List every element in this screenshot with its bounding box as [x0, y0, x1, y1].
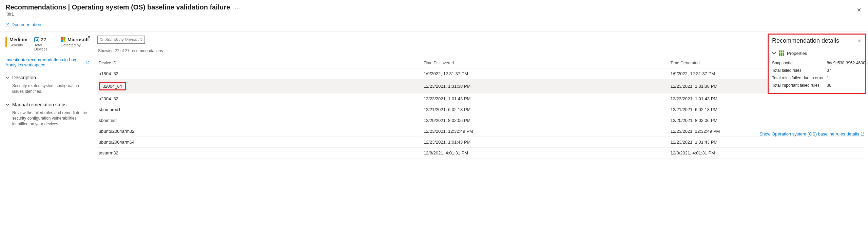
property-key: Total rules failed duo to error:	[772, 74, 827, 82]
sidebar: « Medium Severity 27 Total Devices Micro…	[0, 31, 93, 229]
external-link-icon	[5, 23, 9, 27]
device-icon	[34, 37, 39, 42]
property-key: Total important failed rules:	[772, 82, 827, 89]
property-value: 8dc9c538-3962-4600-abd9-c7b66dc09eee	[827, 59, 868, 67]
time-discovered-cell: 12/21/2021, 6:02:18 PM	[422, 104, 669, 115]
investigate-link[interactable]: Investigate recommendations in Log Analy…	[5, 57, 89, 67]
microsoft-logo-icon	[61, 37, 65, 42]
details-close-button[interactable]: ✕	[857, 38, 862, 44]
device-id-cell: testarm32	[99, 150, 118, 155]
device-id-cell: u1804_32	[99, 71, 118, 76]
external-link-icon	[861, 132, 865, 136]
devices-kpi: 27 Total Devices	[34, 37, 54, 51]
properties-icon	[779, 50, 784, 56]
time-discovered-cell: 12/20/2021, 8:02:06 PM	[422, 115, 669, 126]
details-panel: Recommendation details ✕ Properties Snap…	[768, 34, 866, 94]
remediation-toggle[interactable]: Manual remediation steps	[5, 102, 89, 107]
svg-line-1	[102, 40, 103, 41]
search-icon	[100, 38, 103, 42]
time-discovered-cell: 1/9/2022, 12:31:37 PM	[422, 68, 669, 79]
devices-label: Total Devices	[34, 43, 54, 51]
title-more-icon[interactable]: …	[235, 4, 240, 9]
content: Showing 27 of 27 recommendations Device …	[93, 31, 868, 229]
documentation-link[interactable]: Documentation	[5, 22, 41, 27]
description-toggle[interactable]: Description	[5, 75, 89, 80]
time-generated-cell: 12/21/2021, 6:02:18 PM	[669, 104, 864, 115]
result-count: Showing 27 of 27 recommendations	[98, 48, 868, 53]
severity-kpi: Medium Severity	[5, 37, 27, 47]
close-button[interactable]: ✕	[857, 7, 861, 13]
table-row[interactable]: testarm3212/8/2021, 4:01:31 PM12/8/2021,…	[97, 148, 864, 159]
device-id-cell: sbomtest	[99, 118, 117, 123]
property-value: 37	[827, 67, 868, 74]
collapse-sidebar-button[interactable]: «	[88, 34, 90, 40]
page-subtitle: Kfir1	[5, 12, 863, 17]
chevron-down-icon	[5, 76, 9, 80]
property-value: 1	[827, 74, 868, 82]
time-generated-cell: 12/23/2021, 1:01:43 PM	[669, 93, 864, 104]
remediation-title: Manual remediation steps	[12, 102, 66, 107]
device-id-cell: u2004_32	[99, 96, 118, 101]
show-baseline-rules-label: Show Operation system (OS) baseline rule…	[759, 131, 859, 136]
property-key: SnapshotId:	[772, 59, 827, 67]
svg-point-0	[100, 38, 102, 41]
description-section: Description Security related system conf…	[5, 75, 89, 94]
time-discovered-cell: 12/23/2021, 12:32:49 PM	[422, 126, 669, 137]
remediation-section: Manual remediation steps Review the fail…	[5, 102, 89, 127]
external-link-icon	[86, 60, 89, 64]
property-value: 36	[827, 82, 868, 89]
severity-label: Severity	[9, 43, 27, 47]
page-header: Recommendations | Operating system (OS) …	[0, 0, 868, 19]
property-row: SnapshotId:8dc9c538-3962-4600-abd9-c7b66…	[772, 59, 868, 67]
table-row[interactable]: u2004_6412/23/2021, 1:31:38 PM12/23/2021…	[97, 79, 864, 93]
properties-toggle[interactable]: Properties	[772, 50, 862, 56]
time-discovered-cell: 12/23/2021, 1:01:43 PM	[422, 93, 669, 104]
search-input[interactable]	[105, 37, 142, 42]
time-generated-cell: 12/8/2021, 4:01:31 PM	[669, 148, 864, 159]
time-discovered-cell: 12/23/2021, 1:01:43 PM	[422, 137, 669, 148]
detected-label: Detected by	[61, 43, 89, 47]
devices-value: 27	[41, 37, 46, 42]
property-row: Total failed rules:37	[772, 67, 868, 74]
properties-table: SnapshotId:8dc9c538-3962-4600-abd9-c7b66…	[772, 59, 868, 89]
time-discovered-cell: 12/8/2021, 4:01:31 PM	[422, 148, 669, 159]
search-field[interactable]	[97, 36, 145, 44]
properties-label: Properties	[787, 51, 807, 56]
col-time-discovered[interactable]: Time Discovered	[422, 58, 669, 68]
remediation-body: Review the failed rules and remediate th…	[12, 110, 89, 127]
description-title: Description	[12, 75, 36, 80]
table-row[interactable]: ubuntu2004arm3212/23/2021, 12:32:49 PM12…	[97, 126, 864, 137]
property-key: Total failed rules:	[772, 67, 827, 74]
investigate-label: Investigate recommendations in Log Analy…	[5, 57, 85, 67]
property-row: Total rules failed duo to error:1	[772, 74, 868, 82]
details-title: Recommendation details	[772, 37, 839, 44]
kpi-row: Medium Severity 27 Total Devices Microso…	[5, 37, 89, 51]
device-id-cell: ubuntu2004arm64	[99, 140, 135, 145]
table-row[interactable]: sbomprod112/21/2021, 6:02:18 PM12/21/202…	[97, 104, 864, 115]
chevron-down-icon	[5, 103, 9, 107]
documentation-label: Documentation	[12, 22, 41, 27]
col-device-id[interactable]: Device ID	[97, 58, 422, 68]
chevron-down-icon	[772, 51, 776, 55]
time-generated-cell: 12/23/2021, 1:01:43 PM	[669, 137, 864, 148]
page-title: Recommendations | Operating system (OS) …	[5, 3, 230, 11]
detected-value: Microsoft	[67, 37, 89, 42]
device-id-cell: u2004_64	[99, 82, 126, 90]
device-id-cell: sbomprod1	[99, 107, 121, 112]
recommendations-table: Device ID Time Discovered Time Generated…	[97, 58, 864, 159]
description-body: Security related system configuration is…	[12, 83, 89, 94]
table-row[interactable]: u1804_321/9/2022, 12:31:37 PM1/9/2022, 1…	[97, 68, 864, 79]
property-row: Total important failed rules:36	[772, 82, 868, 89]
table-row[interactable]: ubuntu2004arm6412/23/2021, 1:01:43 PM12/…	[97, 137, 864, 148]
table-row[interactable]: sbomtest12/20/2021, 8:02:06 PM12/20/2021…	[97, 115, 864, 126]
detected-kpi: Microsoft Detected by	[61, 37, 89, 47]
show-baseline-rules-link[interactable]: Show Operation system (OS) baseline rule…	[759, 131, 865, 136]
table-row[interactable]: u2004_3212/23/2021, 1:01:43 PM12/23/2021…	[97, 93, 864, 104]
device-id-cell: ubuntu2004arm32	[99, 129, 135, 134]
time-discovered-cell: 12/23/2021, 1:31:38 PM	[422, 79, 669, 93]
time-generated-cell: 12/20/2021, 8:02:06 PM	[669, 115, 864, 126]
severity-value: Medium	[9, 37, 27, 42]
